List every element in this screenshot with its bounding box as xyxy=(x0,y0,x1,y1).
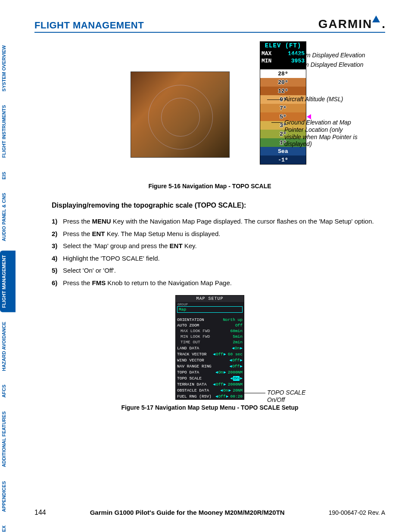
right-arrow-icon: ▶ xyxy=(226,394,229,399)
elevation-band: Sea xyxy=(260,147,306,156)
garmin-logo: GARMIN . xyxy=(318,17,385,31)
figure-5-16-caption: Figure 5-16 Navigation Map - TOPO SCALE xyxy=(34,183,385,190)
setup-row: NAV RANGE RING◀Off▶ xyxy=(176,363,244,369)
setup-row: LAND DATA◀On▶ xyxy=(176,345,244,351)
setup-row: TRACK VECTOR◀Off▶60 sec xyxy=(176,351,244,357)
lead-line xyxy=(267,65,283,65)
setup-row-value2: 2000NM xyxy=(228,370,243,375)
garmin-delta-icon xyxy=(372,16,380,22)
annot-gnd-2: Pointer Location (only xyxy=(284,126,342,133)
figure-5-17: MAP SETUP GROUP Map ORIENTATIONNorth upA… xyxy=(34,295,385,400)
page: FLIGHT MANAGEMENT GARMIN . Range of Disp… xyxy=(0,0,411,532)
left-arrow-icon: ◀ xyxy=(220,388,223,393)
annot-max: Maximum Displayed Elevation xyxy=(284,52,365,59)
setup-rows: ORIENTATIONNorth upAUTO ZOOMOffMAX LOOK … xyxy=(176,317,244,399)
right-arrow-icon: ▶ xyxy=(240,376,243,381)
key-name: MENU xyxy=(92,218,111,225)
setup-row-label: TRACK VECTOR xyxy=(177,352,213,357)
logo-text: GARMIN xyxy=(318,17,373,31)
key-name: FMS xyxy=(92,279,106,286)
page-header: FLIGHT MANAGEMENT GARMIN . xyxy=(34,17,385,33)
setup-title: MAP SETUP xyxy=(176,296,244,302)
left-arrow-icon: ◀ xyxy=(215,394,218,399)
setup-row-value: North up xyxy=(223,317,243,322)
step-item: 3)Select the 'Map' group and press the E… xyxy=(52,240,385,252)
left-arrow-icon: ◀ xyxy=(215,370,218,375)
lead-line xyxy=(267,56,283,56)
setup-row: WIND VECTOR◀Off▶ xyxy=(176,357,244,363)
setup-row-label: MIN LOOK FWD xyxy=(177,334,231,339)
setup-row: MIN LOOK FWD5min xyxy=(176,334,244,339)
step-number: 6) xyxy=(52,277,63,289)
setup-row-value: Off xyxy=(216,382,223,387)
setup-row-label: AUTO ZOOM xyxy=(177,323,235,328)
setup-row: AUTO ZOOMOff xyxy=(176,323,244,328)
lead-line xyxy=(241,393,265,393)
step-item: 5)Select 'On' or 'Off'. xyxy=(52,264,385,277)
annot-topo-scale: TOPO SCALE On/Off xyxy=(267,389,305,404)
setup-row: TOPO DATA◀On▶2000NM xyxy=(176,369,244,375)
page-footer: 144 Garmin G1000 Pilot's Guide for the M… xyxy=(34,509,385,516)
figure-5-16: Range of Displayed Elevations ELEV (FT) … xyxy=(52,41,385,175)
procedure-steps: 1)Press the MENU Key with the Navigation… xyxy=(52,215,385,289)
elevation-band: 20⁰ xyxy=(260,78,306,87)
annot-alt: Aircraft Altitude (MSL) xyxy=(284,96,343,103)
setup-row-value: Off xyxy=(232,364,240,369)
setup-row-value: On xyxy=(235,346,240,351)
annot-gnd-1: Ground Elevation at Map xyxy=(284,119,351,126)
annot-topo-1: TOPO SCALE xyxy=(267,389,305,396)
left-arrow-icon: ◀ xyxy=(213,382,215,387)
setup-row-label: ORIENTATION xyxy=(177,317,223,322)
setup-row-value2: 60 sec xyxy=(228,352,243,357)
setup-row-value2: 2000NM xyxy=(228,382,243,387)
left-arrow-icon: ◀ xyxy=(232,345,234,351)
setup-row: FUEL RNG (RSV)◀Off▶00:20 xyxy=(176,393,244,399)
setup-row-label: FUEL RNG (RSV) xyxy=(177,394,215,399)
right-arrow-icon: ▶ xyxy=(240,364,243,369)
step-item: 2)Press the ENT Key. The Map Setup Menu … xyxy=(52,228,385,240)
setup-row: TOPO SCALE◀On▶ xyxy=(176,375,244,381)
setup-row-label: LAND DATA xyxy=(177,346,232,351)
annot-gnd: Ground Elevation at Map Pointer Location… xyxy=(284,119,358,148)
lead-line xyxy=(271,122,283,123)
setup-row-value: On xyxy=(233,376,240,381)
step-number: 3) xyxy=(52,240,63,252)
setup-row-value: Off xyxy=(218,394,226,399)
setup-row: TIME OUT2min xyxy=(176,339,244,345)
setup-row: OBSTACLE DATA◀On▶20NM xyxy=(176,387,244,393)
elevation-band: 7⁰ xyxy=(260,104,306,112)
setup-row-label: TIME OUT xyxy=(177,340,231,345)
map-thumbnail xyxy=(131,72,230,158)
procedure-heading: Displaying/removing the topographic scal… xyxy=(52,202,385,209)
setup-row-label: MAX LOOK FWD xyxy=(177,329,228,333)
elevation-band: 12⁰ xyxy=(260,87,306,95)
group-label: GROUP xyxy=(176,302,244,306)
setup-row: TERRAIN DATA◀Off▶2000NM xyxy=(176,381,244,387)
step-number: 1) xyxy=(52,215,63,228)
setup-row-value2: 5min xyxy=(233,334,243,339)
setup-row-label: NAV RANGE RING xyxy=(177,364,229,369)
step-item: 1)Press the MENU Key with the Navigation… xyxy=(52,215,385,228)
lead-line xyxy=(267,100,283,100)
left-arrow-icon: ◀ xyxy=(229,358,232,363)
right-arrow-icon: ▶ xyxy=(228,388,231,393)
right-arrow-icon: ▶ xyxy=(224,370,226,375)
left-arrow-icon: ◀ xyxy=(229,364,232,369)
annot-topo-2: On/Off xyxy=(267,396,285,403)
step-number: 4) xyxy=(52,252,63,265)
setup-row-label: TERRAIN DATA xyxy=(177,382,213,387)
setup-row-value: Off xyxy=(235,323,243,328)
elevation-gradient: 28⁰20⁰12⁰9⁰7⁰5⁰3⁰2⁰1⁰Sea-1⁰ xyxy=(260,69,306,165)
logo-dot: . xyxy=(382,17,385,31)
right-arrow-icon: ▶ xyxy=(224,352,226,357)
elevation-band: 28⁰ xyxy=(260,69,306,78)
left-arrow-icon: ◀ xyxy=(230,376,233,381)
elevation-band: -1⁰ xyxy=(260,156,306,164)
setup-row-value: Off xyxy=(232,358,240,363)
step-number: 2) xyxy=(52,228,63,240)
setup-row-label: TOPO SCALE xyxy=(177,376,230,381)
group-value: Map xyxy=(177,306,243,313)
section-title: FLIGHT MANAGEMENT xyxy=(34,20,144,31)
setup-row-label: TOPO DATA xyxy=(177,370,215,375)
right-arrow-icon: ▶ xyxy=(240,358,243,363)
